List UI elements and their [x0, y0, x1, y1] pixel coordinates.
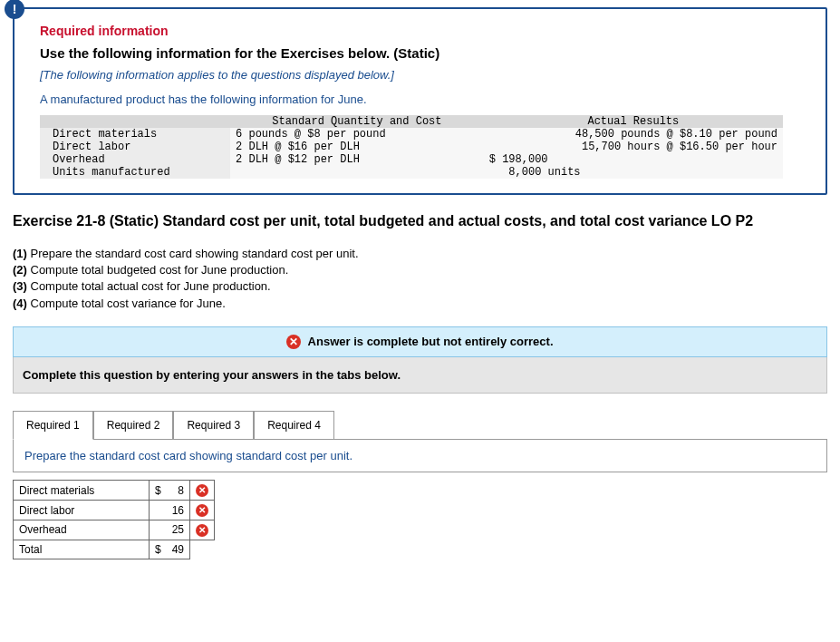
row-dm-label: Direct materials — [40, 128, 230, 141]
ans-dm-currency: $ — [150, 481, 167, 501]
answer-status-text: Answer is complete but not entirely corr… — [308, 335, 554, 348]
header-standard: Standard Quantity and Cost — [230, 115, 484, 128]
info-badge-icon: ! — [5, 0, 24, 19]
answer-status-bar: ✕ Answer is complete but not entirely co… — [13, 326, 827, 358]
tab-required-1[interactable]: Required 1 — [13, 411, 93, 440]
ans-row-dl: Direct labor 16 ✕ — [14, 501, 215, 520]
ans-oh-currency — [150, 520, 167, 540]
ans-total-label: Total — [14, 540, 150, 559]
x-circle-icon: ✕ — [286, 335, 301, 349]
exercise-title: Exercise 21-8 (Static) Standard cost per… — [13, 213, 827, 229]
product-desc: A manufactured product has the following… — [40, 92, 804, 106]
applies-note: [The following information applies to th… — [40, 68, 804, 82]
required-info-title: Required information — [40, 24, 804, 38]
tab-instruction: Prepare the standard cost card showing s… — [13, 440, 827, 472]
row-oh-act: $ 198,000 — [484, 153, 783, 166]
complete-instruction-bar: Complete this question by entering your … — [13, 357, 827, 394]
row-oh-label: Overhead — [40, 153, 230, 166]
row-dm-std: 6 pounds @ $8 per pound — [230, 128, 484, 141]
answer-table: Direct materials $ 8 ✕ Direct labor 16 ✕… — [13, 480, 215, 559]
ans-total-currency: $ — [150, 540, 167, 559]
row-units-std — [230, 166, 484, 179]
required-info-box: ! Required information Use the following… — [13, 7, 827, 195]
exercise-steps: (1) Prepare the standard cost card showi… — [13, 246, 827, 312]
row-units-label: Units manufactured — [40, 166, 230, 179]
ans-oh-value[interactable]: 25 — [167, 520, 190, 540]
tab-required-2[interactable]: Required 2 — [93, 411, 174, 440]
ans-dl-label[interactable]: Direct labor — [14, 501, 150, 520]
x-circle-icon: ✕ — [196, 524, 208, 537]
use-following-heading: Use the following information for the Ex… — [40, 45, 804, 61]
ans-dm-value[interactable]: 8 — [167, 481, 190, 501]
ans-row-dm: Direct materials $ 8 ✕ — [14, 481, 215, 501]
tab-bar: Required 1 Required 2 Required 3 Require… — [13, 410, 827, 440]
x-circle-icon: ✕ — [196, 504, 208, 517]
ans-oh-mark: ✕ — [190, 520, 215, 540]
header-actual: Actual Results — [484, 115, 783, 128]
row-dl-std: 2 DLH @ $16 per DLH — [230, 141, 484, 153]
ans-dm-label[interactable]: Direct materials — [14, 481, 150, 501]
row-oh-std: 2 DLH @ $12 per DLH — [230, 153, 484, 166]
ans-total-mark — [190, 540, 215, 559]
ans-row-total: Total $ 49 — [14, 540, 215, 559]
ans-oh-label[interactable]: Overhead — [14, 520, 150, 540]
ans-dl-currency — [150, 501, 167, 520]
ans-dl-value[interactable]: 16 — [167, 501, 190, 520]
tab-required-3[interactable]: Required 3 — [173, 411, 254, 440]
ans-dl-mark: ✕ — [190, 501, 215, 520]
standard-actual-table: Standard Quantity and Cost Actual Result… — [40, 115, 783, 179]
tab-required-4[interactable]: Required 4 — [254, 411, 334, 440]
row-dm-act: 48,500 pounds @ $8.10 per pound — [484, 128, 783, 141]
row-dl-label: Direct labor — [40, 141, 230, 153]
ans-total-value: 49 — [167, 540, 190, 559]
ans-row-oh: Overhead 25 ✕ — [14, 520, 215, 540]
ans-dm-mark: ✕ — [190, 481, 215, 501]
row-units-act: 8,000 units — [484, 166, 783, 179]
x-circle-icon: ✕ — [196, 484, 208, 497]
row-dl-act: 15,700 hours @ $16.50 per hour — [484, 141, 783, 153]
